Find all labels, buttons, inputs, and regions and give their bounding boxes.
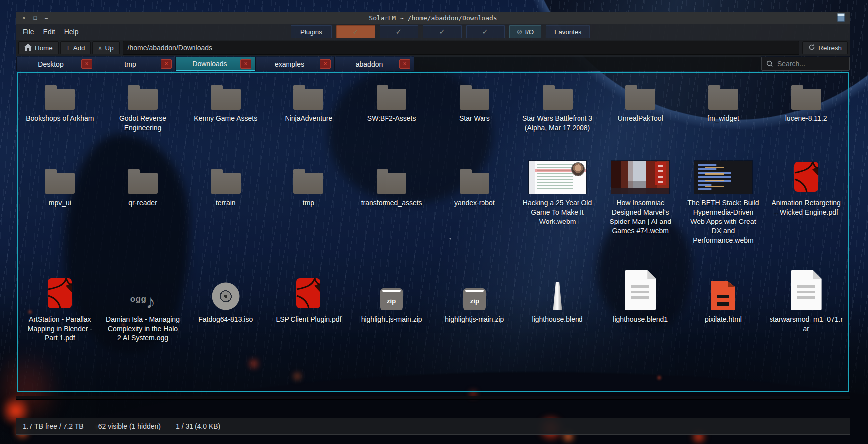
file-item[interactable]: LSP Client Plugin.pdf — [276, 264, 341, 343]
ogg-icon: ogg♪ — [130, 293, 156, 310]
toggle-button-4[interactable]: ✓ — [466, 25, 505, 38]
menubar-toggles: ✓✓✓✓ — [336, 25, 505, 38]
file-item[interactable]: mpv_ui — [45, 160, 75, 245]
file-item[interactable]: How Insomniac Designed Marvel's Spider-M… — [603, 160, 677, 245]
toggle-button-2[interactable]: ✓ — [380, 25, 418, 38]
window-controls: ×□– — [16, 15, 48, 21]
file-item[interactable]: Animation Retargeting – Wicked Engine.pd… — [769, 160, 844, 245]
file-icon-box — [553, 264, 562, 310]
file-name: Animation Retargeting – Wicked Engine.pd… — [769, 198, 844, 217]
file-item[interactable]: lighthouse.blend — [532, 264, 583, 343]
plugins-button[interactable]: Plugins — [291, 25, 332, 38]
tab-tmp[interactable]: tmp× — [96, 57, 176, 71]
pdf-icon — [794, 161, 819, 194]
visible-count-status: 62 visible (1 hidden) — [98, 422, 161, 430]
home-button[interactable]: Home — [18, 41, 59, 54]
file-grid[interactable]: Bookshops of ArkhamGodot Reverse Enginee… — [17, 72, 849, 392]
maximize-window-icon[interactable]: □ — [33, 15, 37, 21]
file-item[interactable]: lighthouse.blend1 — [613, 264, 668, 343]
file-item[interactable]: tmp — [293, 160, 323, 245]
file-icon-box — [694, 160, 752, 194]
file-name: mpv_ui — [49, 198, 71, 208]
minimize-window-icon[interactable]: – — [45, 15, 48, 21]
file-icon-box — [460, 160, 489, 194]
file-item[interactable]: yandex-robot — [454, 160, 495, 245]
search-input[interactable] — [776, 59, 845, 68]
file-item[interactable]: transformed_assets — [361, 160, 422, 245]
file-item[interactable]: pixilate.html — [705, 264, 742, 343]
file-name: NinjaAdventure — [285, 114, 333, 123]
file-item[interactable]: Hacking a 25 Year Old Game To Make It Wo… — [520, 160, 595, 245]
file-row: mpv_uiqr-readerterraintmptransformed_ass… — [18, 160, 848, 245]
close-tab-icon[interactable]: × — [161, 59, 172, 69]
tab-downloads[interactable]: Downloads× — [176, 57, 255, 71]
file-name: transformed_assets — [361, 198, 422, 208]
menu-help[interactable]: Help — [60, 28, 83, 36]
file-item[interactable]: Godot Reverse Engineering — [105, 83, 180, 133]
file-icon-box — [611, 160, 669, 194]
favorites-button[interactable]: Favorites — [546, 25, 590, 38]
tab-abaddon[interactable]: abaddon× — [335, 57, 414, 71]
file-item[interactable]: The BETH Stack: Build Hypermedia-Driven … — [686, 160, 761, 245]
file-name: UnrealPakTool — [618, 114, 663, 123]
file-icon-box — [293, 83, 323, 110]
titlebar: ×□– SolarFM ~ /home/abaddon/Downloads — [16, 12, 850, 24]
file-item[interactable]: NinjaAdventure — [285, 83, 333, 133]
file-item[interactable]: ziphighlight.js-main.zip — [361, 264, 422, 343]
file-item[interactable]: starwarsmod_m1_071.rar — [769, 264, 844, 343]
menubar-button-group: Plugins ✓✓✓✓ ⊘I/O Favorites — [291, 25, 590, 38]
tab-examples[interactable]: examples× — [255, 57, 335, 71]
folder-icon — [708, 89, 738, 110]
file-name: starwarsmod_m1_071.rar — [769, 315, 844, 333]
toggle-button-3[interactable]: ✓ — [423, 25, 462, 38]
menu-edit[interactable]: Edit — [39, 28, 60, 36]
file-item[interactable]: SW:BF2-Assets — [367, 83, 416, 133]
toggle-button-1[interactable]: ✓ — [336, 25, 375, 38]
file-name: tmp — [303, 198, 314, 208]
tab-label: abaddon — [339, 60, 399, 68]
menu-file[interactable]: File — [18, 28, 39, 36]
file-icon-box — [293, 160, 323, 194]
file-item[interactable]: qr-reader — [128, 160, 158, 245]
file-item[interactable]: ogg♪Damian Isla - Managing Complexity in… — [105, 264, 180, 343]
close-window-icon[interactable]: × — [22, 15, 25, 21]
file-item[interactable]: Kenny Game Assets — [194, 83, 257, 133]
file-item[interactable]: ArtStation - Parallax Mapping in Blender… — [22, 264, 97, 343]
file-item[interactable]: Star Wars — [459, 83, 490, 133]
file-name: lucene-8.11.2 — [785, 114, 827, 123]
file-item[interactable]: Fatdog64-813.iso — [198, 264, 253, 343]
file-icon-box — [212, 264, 240, 310]
add-tab-button[interactable]: + Add — [60, 41, 91, 54]
close-tab-icon[interactable]: × — [240, 59, 251, 69]
file-item[interactable]: UnrealPakTool — [618, 83, 663, 133]
tab-desktop[interactable]: Desktop× — [16, 57, 96, 71]
file-row: Bookshops of ArkhamGodot Reverse Enginee… — [18, 83, 848, 133]
close-tab-icon[interactable]: × — [81, 59, 92, 69]
close-tab-icon[interactable]: × — [320, 59, 331, 69]
file-item[interactable]: Bookshops of Arkham — [26, 83, 94, 133]
check-icon: ✓ — [352, 27, 359, 36]
doc-icon — [791, 270, 822, 310]
file-item[interactable]: lucene-8.11.2 — [785, 83, 827, 133]
file-item[interactable]: terrain — [211, 160, 241, 245]
file-icon-box — [791, 264, 822, 310]
file-icon-box — [47, 264, 72, 310]
folder-icon — [460, 173, 489, 194]
horizontal-scrollbar[interactable] — [16, 396, 850, 400]
file-name: Damian Isla - Managing Complexity in the… — [105, 315, 180, 343]
file-name: How Insomniac Designed Marvel's Spider-M… — [603, 198, 677, 236]
file-name: qr-reader — [128, 198, 157, 208]
file-icon-box — [128, 160, 158, 194]
path-input[interactable]: /home/abaddon/Downloads — [123, 41, 800, 55]
close-tab-icon[interactable]: × — [399, 59, 410, 69]
refresh-button[interactable]: Refresh — [802, 41, 848, 54]
tab-label: examples — [259, 60, 320, 68]
file-item[interactable]: Star Wars Battlefront 3 (Alpha, Mar 17 2… — [520, 83, 595, 133]
check-icon: ✓ — [482, 27, 488, 36]
file-item[interactable]: fm_widget — [707, 83, 739, 133]
solarfm-window: ×□– SolarFM ~ /home/abaddon/Downloads Fi… — [16, 12, 850, 436]
up-directory-button[interactable]: ∧ Up — [92, 41, 119, 54]
free-space-status: 1.7 TB free / 7.2 TB — [23, 422, 84, 430]
file-item[interactable]: ziphighlightjs-main.zip — [445, 264, 504, 343]
io-button[interactable]: ⊘I/O — [509, 25, 542, 38]
